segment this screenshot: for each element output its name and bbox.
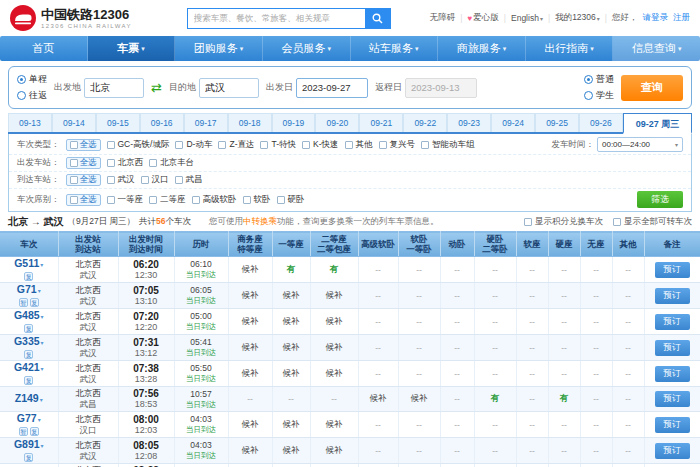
date-tab[interactable]: 09-26 xyxy=(579,113,623,132)
date-tab[interactable]: 09-14 xyxy=(52,113,96,132)
filter-option[interactable]: 武汉 xyxy=(107,174,135,186)
train-number[interactable]: G891▾ xyxy=(0,439,58,452)
select-all-button[interactable]: 全选 xyxy=(66,139,101,151)
nav-item-8[interactable]: 信息查询▾ xyxy=(613,36,700,61)
train-number[interactable]: Z149▾ xyxy=(0,393,58,406)
depart-time-select[interactable]: 00:00—24:00▾ xyxy=(597,137,683,152)
seat-availability: 候补 xyxy=(310,361,358,387)
filter-option[interactable]: 智能动车组 xyxy=(421,139,475,151)
date-tab[interactable]: 09-23 xyxy=(447,113,491,132)
filter-option[interactable]: 北京西 xyxy=(107,157,144,169)
header-link-4[interactable]: 我的12306▾ xyxy=(555,12,600,24)
login-link[interactable]: 请登录 xyxy=(643,12,669,24)
book-button[interactable]: 预订 xyxy=(655,391,690,407)
seat-availability: -- xyxy=(612,438,644,464)
date-tab-selected[interactable]: 09-27 周三 xyxy=(623,113,692,134)
header-link-1[interactable]: 无障碍 xyxy=(430,12,456,24)
date-tab[interactable]: 09-13 xyxy=(8,113,52,132)
filter-option[interactable]: Z-直达 xyxy=(218,139,254,151)
date-tab[interactable]: 09-25 xyxy=(535,113,579,132)
date-tab[interactable]: 09-22 xyxy=(403,113,447,132)
to-input[interactable] xyxy=(199,78,259,98)
seat-availability: -- xyxy=(612,335,644,361)
swap-stations-icon[interactable]: ⇄ xyxy=(151,81,162,94)
date-tab[interactable]: 09-18 xyxy=(228,113,272,132)
filter-option[interactable]: 武昌 xyxy=(175,174,203,186)
show-all-transfer-checkbox[interactable]: 显示全部可转车次 xyxy=(613,216,692,228)
filter-option[interactable]: K-快速 xyxy=(302,139,339,151)
date-tab[interactable]: 09-19 xyxy=(272,113,316,132)
transfer-link[interactable]: 中转换乘 xyxy=(243,216,277,226)
filter-option[interactable]: T-特快 xyxy=(260,139,296,151)
seat-availability: -- xyxy=(612,412,644,438)
duration-value: 06:05 xyxy=(175,285,228,296)
nav-item-2[interactable]: 车票▾ xyxy=(88,36,176,61)
passenger-type-student[interactable]: 学生 xyxy=(584,89,614,102)
train-number[interactable]: G71▾ xyxy=(0,284,58,297)
nav-item-6[interactable]: 商旅服务▾ xyxy=(438,36,526,61)
passenger-type-normal[interactable]: 普通 xyxy=(584,73,614,86)
filter-option[interactable]: 其他 xyxy=(345,139,373,151)
date-tab[interactable]: 09-17 xyxy=(184,113,228,132)
checkbox-icon xyxy=(379,141,387,149)
select-all-button[interactable]: 全选 xyxy=(66,174,101,186)
book-button[interactable]: 预订 xyxy=(655,340,690,356)
search-input[interactable] xyxy=(187,8,365,29)
nav-item-5[interactable]: 站车服务▾ xyxy=(351,36,439,61)
filter-option[interactable]: 高级软卧 xyxy=(192,194,237,206)
railway-logo[interactable]: 中国铁路12306 12306 CHINA RAILWAY xyxy=(10,5,132,31)
register-link[interactable]: 注册 xyxy=(673,12,690,24)
query-button[interactable]: 查询 xyxy=(621,75,683,101)
train-number[interactable]: G421▾ xyxy=(0,362,58,375)
nav-item-3[interactable]: 团购服务▾ xyxy=(175,36,263,61)
stations-cell: 北京西武汉 xyxy=(58,335,118,361)
filter-option[interactable]: 软卧 xyxy=(243,194,271,206)
train-cell: G891▾复 xyxy=(0,438,58,464)
date-tab[interactable]: 09-16 xyxy=(140,113,184,132)
train-number[interactable]: G511▾ xyxy=(0,258,58,271)
search-button[interactable] xyxy=(365,8,391,29)
count-prefix: 共计 xyxy=(139,216,156,226)
filter-option[interactable]: D-动车 xyxy=(175,139,212,151)
trip-type-oneway[interactable]: 单程 xyxy=(17,73,47,86)
header-link-label: 我的12306 xyxy=(555,12,596,24)
seat-availability: 候补 xyxy=(272,335,310,361)
book-button[interactable]: 预订 xyxy=(655,366,690,382)
train-number[interactable]: G485▾ xyxy=(0,310,58,323)
book-button[interactable]: 预订 xyxy=(655,262,690,278)
train-number[interactable]: G335▾ xyxy=(0,336,58,349)
select-all-button[interactable]: 全选 xyxy=(66,194,101,206)
date-tab[interactable]: 09-20 xyxy=(315,113,359,132)
nav-item-7[interactable]: 出行指南▾ xyxy=(526,36,614,61)
filter-option[interactable]: 硬卧 xyxy=(277,194,305,206)
nav-item-1[interactable]: 首页 xyxy=(0,36,88,61)
filter-option[interactable]: GC-高铁/城际 xyxy=(107,139,170,151)
trip-type-roundtrip[interactable]: 往返 xyxy=(17,89,47,102)
filter-option[interactable]: 二等座 xyxy=(149,194,186,206)
depart-date-input[interactable] xyxy=(296,78,368,98)
from-input[interactable] xyxy=(84,78,144,98)
checkbox-icon xyxy=(149,196,157,204)
header-link-3[interactable]: English▾ xyxy=(511,13,543,23)
filter-option[interactable]: 汉口 xyxy=(141,174,169,186)
depart-time: 07:56 xyxy=(119,388,174,399)
filter-option[interactable]: 复兴号 xyxy=(379,139,416,151)
points-exchange-checkbox[interactable]: 显示积分兑换车次 xyxy=(524,216,603,228)
train-number[interactable]: G77▾ xyxy=(0,413,58,426)
nav-item-4[interactable]: 会员服务▾ xyxy=(263,36,351,61)
book-button[interactable]: 预订 xyxy=(655,443,690,459)
filter-option[interactable]: 一等座 xyxy=(107,194,144,206)
select-all-button[interactable]: 全选 xyxy=(66,157,101,169)
date-tab[interactable]: 09-15 xyxy=(96,113,140,132)
date-tab[interactable]: 09-24 xyxy=(491,113,535,132)
filter-button[interactable]: 筛选 xyxy=(637,191,683,208)
date-tab[interactable]: 09-21 xyxy=(359,113,403,132)
book-button[interactable]: 预订 xyxy=(655,314,690,330)
book-button[interactable]: 预订 xyxy=(655,288,690,304)
column-header: 商务座特等座 xyxy=(228,232,272,257)
seat-availability: 候补 xyxy=(398,387,440,412)
date-tabs: 09-1309-1409-1509-1609-1709-1809-1909-20… xyxy=(8,113,692,134)
book-button[interactable]: 预订 xyxy=(655,417,690,433)
filter-option[interactable]: 北京丰台 xyxy=(149,157,194,169)
header-link-2[interactable]: ♥爱心版 xyxy=(468,12,499,24)
